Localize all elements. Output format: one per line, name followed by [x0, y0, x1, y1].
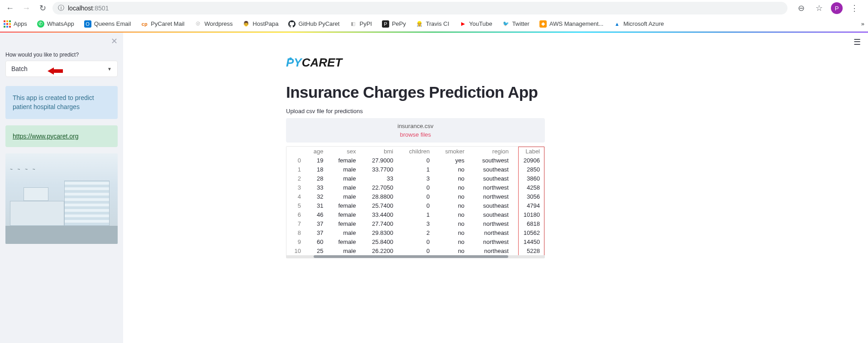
success-box: https://www.pycaret.org [5, 125, 118, 147]
pypi-icon: ◧ [349, 20, 357, 28]
table-header-row: age sex bmi children smoker region Label [286, 147, 544, 156]
bookmark-pycaret-mail[interactable]: cpPyCaret Mail [141, 20, 184, 28]
sidebar: ✕ How would you like to predict? Batch ▼… [0, 33, 123, 343]
wordpress-icon: ⦾ [195, 20, 202, 28]
predict-mode-select[interactable]: Batch ▼ [5, 61, 118, 77]
col-smoker: smoker [434, 147, 468, 156]
hospital-image: ~ ~ ~ ~ [5, 153, 118, 244]
table-row: 646female33.44001nosoutheast10180 [286, 210, 544, 219]
svg-marker-9 [48, 67, 63, 75]
uploaded-filename: insurance.csv [397, 123, 433, 129]
upload-label: Upload csv file for predictions [286, 108, 545, 114]
table-row: 228male333nosoutheast3860 [286, 174, 544, 183]
svg-rect-0 [4, 20, 5, 22]
bookmark-travis[interactable]: 👷Travis CI [416, 20, 449, 28]
url-text: localhost:8501 [68, 5, 109, 12]
bookmark-wordpress[interactable]: ⦾Wordpress [195, 20, 233, 28]
bookmarks-bar: Apps ✆WhatsApp OQueens Email cpPyCaret M… [0, 16, 868, 32]
github-icon [288, 20, 296, 28]
twitter-icon: 🐦 [502, 20, 510, 28]
predict-mode-value: Batch [11, 65, 28, 72]
table-row: 531female25.74000nosoutheast4794 [286, 201, 544, 210]
nav-back-button[interactable]: ← [4, 2, 16, 14]
pycaret-icon: cp [141, 20, 148, 28]
bookmark-star-icon[interactable]: ☆ [813, 2, 825, 14]
table-row: 837male29.83002nonortheast10562 [286, 228, 544, 237]
table-row: 1025male26.22000nonortheast5228 [286, 246, 544, 255]
svg-rect-7 [6, 26, 8, 28]
predict-mode-label: How would you like to predict? [5, 52, 118, 58]
svg-text:PYCARET: PYCARET [286, 56, 343, 69]
horizontal-scrollbar[interactable] [286, 255, 544, 258]
bookmark-apps[interactable]: Apps [4, 20, 27, 28]
bookmark-pepy[interactable]: PPePy [382, 20, 406, 28]
svg-point-11 [289, 57, 292, 60]
nav-reload-button[interactable]: ↻ [36, 2, 49, 14]
bookmark-whatsapp[interactable]: ✆WhatsApp [37, 20, 74, 28]
col-age: age [305, 147, 327, 156]
table-row: 432male28.88000nonorthwest3056 [286, 192, 544, 201]
bookmark-hostpapa[interactable]: 👨HostPapa [243, 20, 278, 28]
bookmark-azure[interactable]: ▲Microsoft Azure [613, 20, 664, 28]
pycaret-link[interactable]: https://www.pycaret.org [13, 133, 79, 140]
azure-icon: ▲ [613, 20, 620, 28]
svg-rect-3 [4, 23, 5, 25]
browser-toolbar: ← → ↻ ⓘ localhost:8501 ⊖ ☆ P ⋮ [0, 0, 868, 16]
svg-rect-1 [6, 20, 8, 22]
table-row: 333male22.70500nonorthwest4258 [286, 183, 544, 192]
address-bar[interactable]: ⓘ localhost:8501 [52, 2, 787, 14]
chevron-down-icon: ▼ [107, 67, 112, 71]
pepy-icon: P [382, 20, 389, 28]
hamburger-menu-icon[interactable]: ☰ [854, 37, 861, 47]
col-label: Label [512, 147, 544, 156]
bookmark-youtube[interactable]: ▶YouTube [459, 20, 492, 28]
aws-icon: ◆ [539, 20, 547, 28]
nav-forward-button[interactable]: → [20, 2, 33, 14]
kebab-menu-icon[interactable]: ⋮ [848, 2, 861, 14]
bookmark-aws[interactable]: ◆AWS Management... [539, 20, 603, 28]
table-row: 960female25.84000nonorthwest14450 [286, 237, 544, 246]
table-row: 118male33.77001nosoutheast2850 [286, 165, 544, 174]
youtube-icon: ▶ [459, 20, 467, 28]
bookmark-github-pycaret[interactable]: GitHub PyCaret [288, 20, 339, 28]
zoom-icon[interactable]: ⊖ [795, 2, 807, 14]
predictions-table: age sex bmi children smoker region Label… [286, 146, 545, 258]
whatsapp-icon: ✆ [37, 20, 44, 28]
red-arrow-annotation [48, 67, 63, 76]
pycaret-logo: PYCARET [286, 55, 545, 71]
svg-rect-2 [9, 20, 11, 22]
table-row: 737female27.74003nonorthwest6818 [286, 219, 544, 228]
file-uploader[interactable]: insurance.csv browse files [286, 118, 545, 143]
col-children: children [397, 147, 434, 156]
travis-icon: 👷 [416, 20, 423, 28]
outlook-icon: O [84, 20, 91, 28]
svg-rect-8 [9, 26, 11, 28]
bookmark-twitter[interactable]: 🐦Twitter [502, 20, 529, 28]
svg-rect-4 [6, 23, 8, 25]
col-sex: sex [327, 147, 359, 156]
bookmark-queens-email[interactable]: OQueens Email [84, 20, 131, 28]
bookmarks-overflow[interactable]: » [861, 20, 864, 27]
browse-files-link[interactable]: browse files [291, 131, 540, 138]
bookmark-pypi[interactable]: ◧PyPI [349, 20, 372, 28]
col-bmi: bmi [359, 147, 397, 156]
svg-rect-5 [9, 23, 11, 25]
site-info-icon[interactable]: ⓘ [58, 4, 64, 12]
apps-grid-icon [4, 20, 11, 28]
hostpapa-icon: 👨 [243, 20, 250, 28]
svg-rect-6 [4, 26, 5, 28]
main-area: ☰ PYCARET Insurance Charges Prediction A… [123, 33, 868, 343]
table-row: 019female27.90000yessouthwest20906 [286, 156, 544, 165]
profile-avatar[interactable]: P [831, 2, 843, 14]
page-title: Insurance Charges Prediction App [286, 83, 545, 101]
col-region: region [468, 147, 512, 156]
sidebar-close-icon[interactable]: ✕ [111, 36, 118, 46]
info-box: This app is created to predict patient h… [5, 86, 118, 119]
